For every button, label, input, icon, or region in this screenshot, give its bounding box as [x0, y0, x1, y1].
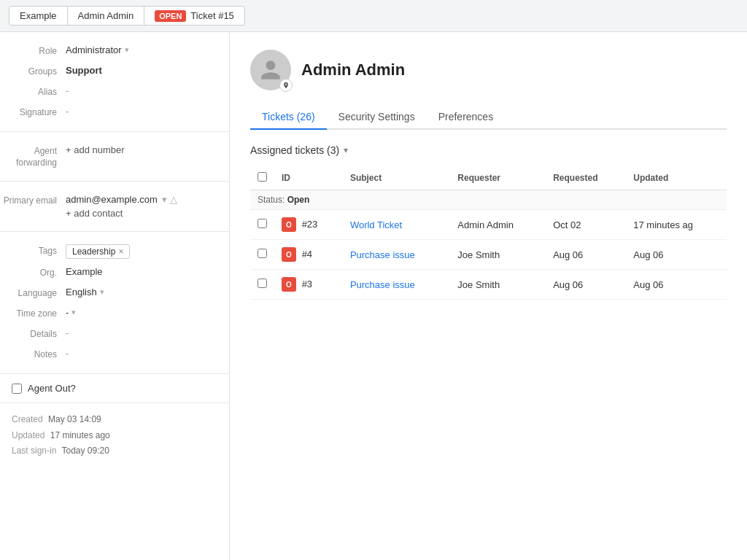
tickets-table: ID Subject Requester Requested Updated S…: [250, 166, 727, 300]
col-requested: Requested: [546, 166, 626, 190]
col-subject: Subject: [343, 166, 450, 190]
primary-email-label: Primary email: [0, 194, 66, 207]
role-label: Role: [0, 44, 66, 56]
signature-label: Signature: [0, 106, 66, 117]
tickets-section-header: Assigned tickets (3) ▾: [250, 144, 727, 156]
tag-remove-icon[interactable]: ×: [118, 246, 123, 257]
alias-label: Alias: [0, 85, 66, 97]
table-row[interactable]: O #23 World Ticket Admin Admin Oct 02 17…: [250, 210, 727, 240]
row-id: O #4: [274, 240, 343, 270]
row-checkbox[interactable]: [258, 279, 267, 288]
tags-row: Tags Leadership ×: [0, 241, 229, 262]
tab-tickets[interactable]: Tickets (26): [250, 105, 327, 130]
row-requester: Joe Smith: [450, 270, 546, 300]
signature-row: Signature -: [0, 102, 229, 122]
assigned-tickets-dropdown-arrow[interactable]: ▾: [344, 145, 348, 155]
agent-forwarding-label: Agent forwarding: [0, 144, 66, 168]
breadcrumb-ticket[interactable]: OPENTicket #15: [144, 6, 245, 26]
add-contact-link[interactable]: + add contact: [66, 208, 123, 219]
notes-label: Notes: [0, 348, 66, 359]
email-dropdown-arrow[interactable]: ▾: [162, 194, 167, 205]
row-checkbox[interactable]: [258, 219, 267, 228]
org-row: Org. Example: [0, 262, 229, 283]
col-updated: Updated: [626, 166, 727, 190]
main-layout: Role Administrator ▾ Groups Support Alia…: [0, 32, 747, 560]
created-row: Created May 03 14:09: [12, 412, 217, 428]
avatar: [250, 50, 291, 90]
main-content: Admin Admin Tickets (26) Security Settin…: [230, 32, 747, 560]
row-checkbox-cell[interactable]: [250, 240, 274, 270]
table-row[interactable]: O #3 Purchase issue Joe Smith Aug 06 Aug…: [250, 270, 727, 300]
sidebar-section-basic: Role Administrator ▾ Groups Support Alia…: [0, 32, 229, 132]
row-requested: Aug 06: [546, 270, 626, 300]
status-row: Status: Open: [250, 190, 727, 210]
role-dropdown-arrow[interactable]: ▾: [125, 45, 129, 55]
alias-value: -: [66, 85, 217, 96]
last-signin-row: Last sign-in Today 09:20: [12, 443, 217, 459]
sidebar-section-email: Primary email admin@example.com ▾ △ + ad…: [0, 182, 229, 232]
timezone-label: Time zone: [0, 307, 66, 319]
language-label: Language: [0, 287, 66, 298]
last-signin-label: Last sign-in: [12, 446, 56, 456]
details-row: Details -: [0, 324, 229, 344]
add-number-link[interactable]: + add number: [66, 144, 217, 155]
tab-preferences[interactable]: Preferences: [427, 105, 505, 130]
status-label: Open: [287, 195, 310, 205]
updated-row: Updated 17 minutes ago: [12, 428, 217, 444]
timezone-dropdown-arrow[interactable]: ▾: [71, 308, 76, 317]
sidebar-footer: Created May 03 14:09 Updated 17 minutes …: [0, 403, 229, 468]
status-cell: Status: Open: [250, 190, 727, 210]
primary-email-value: admin@example.com ▾ △ + add contact: [66, 194, 217, 219]
breadcrumb-admin[interactable]: Admin Admin: [68, 6, 145, 26]
breadcrumb-example[interactable]: Example: [9, 6, 68, 26]
sidebar-section-meta: Tags Leadership × Org. Example Language …: [0, 232, 229, 374]
row-requester: Joe Smith: [450, 240, 546, 270]
tags-value: Leadership ×: [66, 244, 217, 259]
leadership-tag[interactable]: Leadership ×: [66, 244, 130, 259]
table-row[interactable]: O #4 Purchase issue Joe Smith Aug 06 Aug…: [250, 240, 727, 270]
notes-value: -: [66, 348, 217, 359]
agent-out-label: Agent Out?: [28, 383, 76, 394]
language-dropdown-arrow[interactable]: ▾: [100, 287, 104, 297]
row-checkbox-cell[interactable]: [250, 210, 274, 240]
select-all-checkbox[interactable]: [258, 172, 267, 182]
row-subject[interactable]: Purchase issue: [343, 270, 450, 300]
row-requested: Oct 02: [546, 210, 626, 240]
details-label: Details: [0, 327, 66, 339]
created-value: May 03 14:09: [48, 414, 101, 424]
updated-value: 17 minutes ago: [50, 430, 110, 440]
email-warning-icon: △: [170, 194, 177, 205]
agent-out-section: Agent Out?: [0, 374, 229, 403]
role-value: Administrator ▾: [66, 44, 217, 55]
groups-label: Groups: [0, 65, 66, 77]
col-id: ID: [274, 166, 343, 190]
row-updated: 17 minutes ag: [626, 210, 727, 240]
role-row: Role Administrator ▾: [0, 41, 229, 61]
row-checkbox[interactable]: [258, 249, 267, 258]
row-checkbox-cell[interactable]: [250, 270, 274, 300]
alias-row: Alias -: [0, 82, 229, 102]
row-subject[interactable]: Purchase issue: [343, 240, 450, 270]
row-requester: Admin Admin: [450, 210, 546, 240]
open-status-badge: O: [282, 277, 296, 292]
profile-name: Admin Admin: [301, 61, 405, 79]
col-requester: Requester: [450, 166, 546, 190]
timezone-row: Time zone - ▾: [0, 303, 229, 324]
sidebar-section-forwarding: Agent forwarding + add number: [0, 132, 229, 182]
tab-bar: Tickets (26) Security Settings Preferenc…: [250, 105, 727, 130]
agent-out-checkbox[interactable]: [12, 384, 22, 394]
groups-row: Groups Support: [0, 61, 229, 82]
notes-row: Notes -: [0, 344, 229, 365]
open-badge: OPEN: [155, 10, 186, 22]
timezone-value: - ▾: [66, 307, 217, 318]
row-subject[interactable]: World Ticket: [343, 210, 450, 240]
sidebar: Role Administrator ▾ Groups Support Alia…: [0, 32, 230, 560]
row-updated: Aug 06: [626, 270, 727, 300]
org-value: Example: [66, 266, 217, 277]
open-status-badge: O: [282, 217, 296, 232]
tab-security[interactable]: Security Settings: [327, 105, 427, 130]
agent-forwarding-row: Agent forwarding + add number: [0, 141, 229, 172]
row-id: O #3: [274, 270, 343, 300]
col-check: [250, 166, 274, 190]
avatar-badge-icon: [279, 79, 293, 92]
